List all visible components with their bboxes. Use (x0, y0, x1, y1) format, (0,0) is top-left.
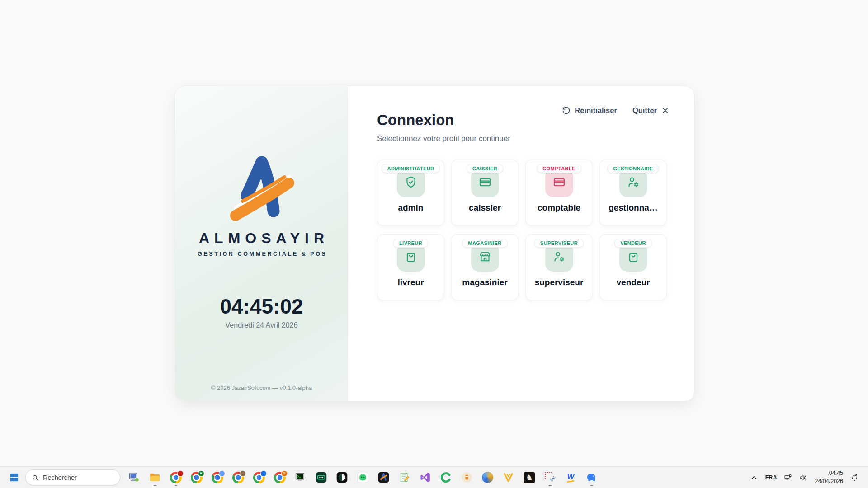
start-button[interactable] (5, 468, 24, 487)
terminal-icon[interactable] (291, 468, 310, 487)
chrome-profile-3-icon[interactable] (208, 468, 226, 487)
my-computer-icon (128, 471, 140, 483)
clock-time: 04:45:02 (220, 294, 303, 319)
chrome-profile-badge (219, 470, 225, 477)
my-computer-icon[interactable] (125, 468, 143, 487)
chrome-profile-4-icon[interactable] (229, 468, 247, 487)
almosayir-app-icon (377, 471, 390, 483)
snipping-tool-icon[interactable]: ✂ (541, 468, 559, 487)
notepad-icon[interactable] (395, 468, 414, 487)
taskbar-apps: HO♞✂W (125, 468, 601, 487)
profile-icon-tile (619, 244, 647, 272)
page-subtitle: Sélectionnez votre profil pour continuer (377, 134, 667, 143)
login-panel: Réinitialiser Quitter Connexion Sélectio… (348, 86, 695, 401)
media-player-app-icon[interactable] (333, 468, 351, 487)
media-player-app-icon (336, 471, 348, 483)
chrome-profile-2-icon: H (190, 471, 203, 483)
chess-app-icon[interactable]: ♞ (520, 468, 538, 487)
database-jar-app-icon (461, 471, 473, 483)
profile-icon-tile (545, 169, 573, 197)
search-icon (32, 474, 39, 481)
postgresql-elephant-icon[interactable] (582, 468, 601, 487)
running-indicator (153, 485, 156, 486)
taskbar-search[interactable]: Rechercher (25, 469, 120, 485)
profile-label: magasinier (462, 277, 507, 287)
tray-clock[interactable]: 04:45 24/04/2026 (811, 469, 846, 487)
profile-label: gestionna… (609, 203, 658, 213)
language-indicator[interactable]: FRA (762, 469, 780, 487)
profile-icon-tile (619, 169, 647, 197)
profile-card-admin[interactable]: ADMINISTRATEURadmin (377, 160, 444, 226)
profile-card-caissier[interactable]: CAISSIERcaissier (451, 160, 519, 226)
profile-icon-tile (545, 244, 573, 272)
chrome-profile-1-icon[interactable] (166, 468, 185, 487)
visual-studio-icon (419, 471, 431, 483)
credit-card-icon (552, 175, 566, 191)
quit-label: Quitter (632, 106, 657, 115)
notification-bell-icon[interactable] (847, 469, 862, 487)
tray-date: 24/04/2026 (815, 478, 843, 486)
file-explorer-icon (149, 471, 161, 483)
v-letter-app-icon[interactable] (499, 468, 518, 487)
profile-card-magasinier[interactable]: MAGASINIERmagasinier (451, 234, 519, 300)
green-mascot-app-icon[interactable] (354, 468, 372, 487)
tray-chevron-up-icon[interactable] (747, 469, 761, 487)
chrome-profile-2-icon[interactable]: H (187, 468, 206, 487)
postgresql-elephant-icon (585, 471, 598, 483)
search-placeholder: Rechercher (43, 474, 77, 481)
rotate-ccw-icon (562, 106, 571, 115)
taskbar: Rechercher HO♞✂W FRA 04:45 24/04/2026 (0, 466, 868, 488)
clock-date: Vendredi 24 Avril 2026 (226, 321, 298, 329)
chrome-profile-3-icon (211, 471, 223, 483)
profile-card-livreur[interactable]: LIVREURlivreur (377, 234, 444, 300)
file-explorer-icon[interactable] (146, 468, 164, 487)
profile-label: superviseur (535, 277, 584, 287)
profile-label: livreur (397, 277, 424, 287)
visual-studio-icon[interactable] (416, 468, 434, 487)
profile-label: comptable (538, 203, 580, 213)
profile-badge: ADMINISTRATEUR (382, 164, 440, 173)
camtasia-icon[interactable] (437, 468, 455, 487)
quit-button[interactable]: Quitter (632, 106, 670, 115)
profile-badge: COMPTABLE (537, 164, 581, 173)
volume-icon[interactable] (796, 469, 811, 487)
almosayir-logo-icon (226, 154, 298, 222)
chrome-profile-1-icon (170, 471, 182, 483)
system-tray: FRA 04:45 24/04/2026 (747, 469, 863, 487)
chrome-profile-badge: H (198, 470, 204, 477)
login-window: ALMOSAYIR GESTION COMMERCIALE & POS 04:4… (175, 86, 695, 402)
profile-card-vendeur[interactable]: VENDEURvendeur (599, 234, 667, 300)
database-jar-app-icon[interactable] (458, 468, 476, 487)
profile-badge: GESTIONNAIRE (607, 164, 659, 173)
chess-app-icon: ♞ (523, 471, 535, 483)
chrome-profile-5-icon[interactable] (250, 468, 268, 487)
w-letter-app-icon[interactable]: W (561, 468, 580, 487)
notepad-icon (398, 471, 410, 483)
network-icon[interactable] (781, 469, 795, 487)
profile-card-comptable[interactable]: COMPTABLEcomptable (525, 160, 593, 226)
profile-badge: CAISSIER (467, 164, 503, 173)
brand-name: ALMOSAYIR (194, 230, 329, 247)
copyright: © 2026 JazairSoft.com — v0.1.0-alpha (175, 385, 348, 391)
swirl-app-icon (481, 471, 494, 483)
v-letter-app-icon (502, 471, 514, 483)
chrome-profile-6-icon[interactable]: O (270, 468, 289, 487)
running-indicator (590, 485, 593, 486)
chrome-profile-4-icon (232, 471, 244, 483)
chrome-profile-badge: O (281, 470, 288, 477)
screen-recorder-icon[interactable] (312, 468, 330, 487)
profile-card-superviseur[interactable]: SUPERVISEURsuperviseur (525, 234, 593, 300)
tray-time: 04:45 (829, 469, 843, 478)
user-cog-icon (552, 250, 566, 265)
green-mascot-app-icon (357, 471, 369, 483)
swirl-app-icon[interactable] (478, 468, 497, 487)
profile-card-gestionna[interactable]: GESTIONNAIREgestionna… (599, 160, 667, 226)
chrome-profile-badge (177, 470, 184, 477)
almosayir-app-icon[interactable] (374, 468, 393, 487)
profile-icon-tile (397, 244, 425, 272)
chrome-profile-badge (240, 470, 246, 477)
profile-badge: VENDEUR (614, 239, 652, 248)
reset-button[interactable]: Réinitialiser (562, 106, 617, 115)
camtasia-icon (440, 471, 452, 483)
shield-check-icon (404, 175, 418, 191)
